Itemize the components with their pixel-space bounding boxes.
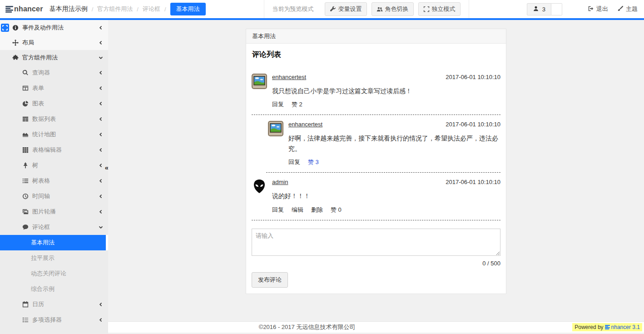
sidebar-item-flat-display[interactable]: 拉平展示: [0, 250, 108, 266]
chevron-left-icon: [99, 132, 103, 137]
comment-item: admin 2017-06-01 10:10:10 说的好！！！ 回复编辑删除赞…: [252, 173, 500, 220]
comment-action[interactable]: 赞 0: [331, 206, 342, 214]
move-icon: [12, 40, 19, 46]
breadcrumb-root[interactable]: 基本用法示例: [50, 5, 88, 13]
breadcrumb-item[interactable]: 官方组件用法: [97, 5, 133, 13]
sidebar-item-query[interactable]: 查询器: [0, 65, 108, 80]
powered-by-badge[interactable]: Powered by nhancer 3.1: [572, 323, 642, 331]
copyright-text: ©2016 - 2017 无远信息技术有限公司: [259, 323, 356, 331]
sidebar-item-grid-editor[interactable]: 表格编辑器: [0, 142, 108, 158]
sidebar-item-label: 日历: [32, 300, 44, 309]
sidebar-item-label: 图片轮播: [32, 208, 56, 216]
chevron-left-icon: [99, 86, 103, 90]
standalone-mode-button[interactable]: 独立模式: [418, 2, 461, 16]
variable-settings-button[interactable]: 变量设置: [325, 2, 367, 16]
sidebar-item-label: 表单: [32, 84, 44, 92]
sidebar-item-label: 基本用法: [31, 239, 54, 247]
footer: ©2016 - 2017 无远信息技术有限公司 Powered by nhanc…: [108, 321, 644, 333]
theme-button[interactable]: 主题: [617, 5, 638, 13]
app-logo[interactable]: nhancer: [0, 5, 50, 13]
person-icon: [533, 5, 539, 13]
comment-action[interactable]: 回复: [272, 206, 284, 214]
publish-comment-button[interactable]: 发布评论: [252, 272, 288, 288]
sidebar-item-data-list[interactable]: 数据列表: [0, 111, 108, 127]
sidebar-item-carousel[interactable]: 图片轮播: [0, 204, 108, 219]
list-icon: [22, 178, 29, 184]
sidebar-item-combined-example[interactable]: 综合示例: [0, 281, 108, 297]
logout-button[interactable]: 退出: [588, 5, 608, 13]
comment-username[interactable]: admin: [272, 179, 288, 185]
sidebar-item-basic-usage[interactable]: 基本用法: [0, 235, 108, 250]
comment-action[interactable]: 回复: [272, 100, 284, 109]
sidebar-item-label: 表格编辑器: [32, 146, 62, 154]
breadcrumb-active-tab[interactable]: 基本用法: [170, 3, 206, 15]
sidebar-item-timeline[interactable]: 时间轴: [0, 189, 108, 204]
comment-action[interactable]: 删除: [311, 206, 323, 214]
sidebar-item-label: 拉平展示: [31, 254, 54, 262]
avatar-landscape: [268, 121, 283, 136]
sidebar-item-dynamic-close[interactable]: 动态关闭评论: [0, 266, 108, 281]
tree-icon: [22, 162, 29, 169]
comment-form: 0 / 500 发布评论: [252, 229, 500, 288]
sidebar-item-official-components[interactable]: 官方组件用法: [0, 50, 108, 65]
chevron-left-icon: [99, 318, 103, 322]
sidebar-item-chart[interactable]: 图表: [0, 96, 108, 111]
role-switch-button[interactable]: 角色切换: [372, 2, 414, 16]
comment-action[interactable]: 编辑: [292, 206, 303, 214]
enhancer-logo-icon: [605, 325, 610, 329]
sidebar-item-comment-box[interactable]: 评论框: [0, 219, 108, 235]
sidebar-item-form[interactable]: 表单: [0, 80, 108, 96]
sidebar-item-layout[interactable]: 布局: [0, 35, 108, 50]
sidebar-item-tree-table[interactable]: 树表格: [0, 173, 108, 189]
chevron-left-icon: [99, 302, 103, 307]
chevron-down-icon: [99, 225, 103, 229]
info-icon: [12, 25, 19, 31]
comment-item: enhancertest 2017-06-01 10:10:10 好啊，法律越来…: [252, 115, 500, 173]
calendar-icon: [22, 301, 29, 308]
comment-divider: [252, 220, 500, 220]
pie-icon: [22, 100, 29, 107]
breadcrumb-item[interactable]: 评论框: [143, 5, 160, 13]
search-icon: [22, 70, 29, 76]
chevron-left-icon: [99, 148, 103, 152]
user-extra-button[interactable]: [551, 3, 562, 15]
avatar-landscape: [252, 74, 267, 89]
sidebar-item-label: 图表: [32, 100, 44, 108]
comment-input[interactable]: [252, 229, 500, 256]
sidebar-item-multi-select[interactable]: 多项选择器: [0, 312, 108, 328]
navbar-right: 3 退出 主题: [527, 3, 644, 15]
comment-username[interactable]: enhancertest: [272, 74, 306, 80]
accent-strip: [0, 18, 644, 20]
sidebar-item-stat-map[interactable]: 统计地图: [0, 127, 108, 142]
chevron-left-icon: [99, 70, 103, 75]
sidebar-item-calendar[interactable]: 日历: [0, 297, 108, 312]
sidebar-menu: « 事件及动作用法布局官方组件用法查询器表单图表数据列表统计地图表格编辑器树树表…: [0, 20, 108, 334]
grid-icon: [22, 147, 29, 153]
sidebar-item-label: 综合示例: [31, 285, 54, 293]
comment-timestamp: 2017-06-01 10:10:10: [446, 121, 500, 128]
brush-icon: [617, 5, 624, 13]
comment-action[interactable]: 赞 3: [308, 158, 319, 166]
sidebar-item-events-actions[interactable]: 事件及动作用法: [0, 20, 108, 35]
user-count-button[interactable]: 3: [527, 3, 551, 15]
preview-mode-toolbar: 当前为预览模式 变量设置 角色切换 独立模式: [264, 0, 469, 18]
chevron-left-icon: [99, 40, 103, 45]
comment-username[interactable]: enhancertest: [288, 121, 322, 128]
comment-action[interactable]: 回复: [288, 158, 300, 166]
users-icon: [376, 6, 383, 12]
sidebar-item-label: 动态关闭评论: [31, 269, 66, 278]
sidebar-item-label: 查询器: [32, 69, 50, 77]
sidebar-item-label: 树表格: [32, 177, 50, 185]
avatar-alien: [252, 179, 267, 194]
user-count: 3: [542, 6, 545, 13]
puzzle-icon: [12, 55, 19, 61]
sidebar-item-label: 事件及动作用法: [22, 24, 64, 32]
comment-action[interactable]: 赞 2: [292, 100, 302, 109]
fullscreen-blue-icon[interactable]: [1, 24, 9, 32]
chevron-left-icon: [99, 163, 103, 168]
chevron-left-icon: [99, 25, 103, 30]
datalist-icon: [22, 116, 29, 122]
clock-icon: [22, 193, 29, 199]
sidebar-item-tree[interactable]: 树: [0, 158, 108, 173]
comment-timestamp: 2017-06-01 10:10:10: [446, 179, 500, 185]
